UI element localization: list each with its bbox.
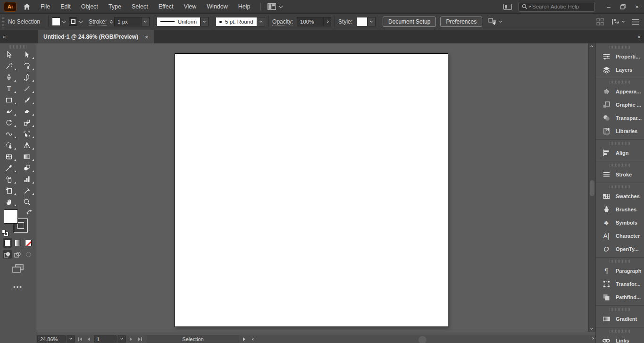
panel-character[interactable]: A| Character — [596, 229, 644, 243]
brush-definition-dropdown[interactable]: 5 pt. Round — [216, 17, 257, 26]
panel-group-grip[interactable] — [610, 185, 630, 188]
type-tool[interactable]: T — [0, 83, 18, 94]
style-swatch[interactable] — [356, 17, 368, 26]
free-transform-tool[interactable] — [18, 128, 36, 140]
stroke-chevron-icon[interactable] — [79, 19, 83, 23]
menu-select[interactable]: Select — [126, 1, 153, 12]
direct-selection-tool[interactable] — [18, 49, 36, 60]
scroll-right-icon[interactable] — [591, 337, 594, 340]
brush-definition-chevron[interactable] — [257, 17, 265, 26]
stroke-weight-dropdown[interactable] — [142, 17, 150, 26]
fill-color-swatch[interactable] — [52, 17, 60, 26]
perspective-grid-tool[interactable] — [18, 140, 36, 151]
horizontal-scrollbar[interactable] — [258, 335, 595, 343]
stroke-weight-value[interactable]: 1 px — [114, 17, 142, 26]
search-input[interactable] — [532, 4, 592, 9]
panel-graphic-styles[interactable]: Graphic ... — [596, 98, 644, 111]
scale-tool[interactable] — [18, 117, 36, 128]
menu-window[interactable]: Window — [201, 1, 233, 12]
width-profile-dropdown[interactable]: Uniform — [157, 17, 201, 26]
vertical-scroll-thumb[interactable] — [590, 180, 594, 196]
panel-appearance[interactable]: Appeara... — [596, 85, 644, 98]
menu-edit[interactable]: Edit — [55, 1, 76, 12]
eraser-tool[interactable] — [18, 106, 36, 117]
minimize-button[interactable]: – — [602, 0, 616, 13]
stroke-weight-stepper[interactable] — [110, 20, 112, 23]
last-artboard-button[interactable] — [136, 335, 144, 343]
collapse-tools-icon[interactable]: « — [3, 33, 6, 40]
curvature-tool[interactable] — [18, 72, 36, 83]
canvas[interactable] — [36, 43, 595, 332]
magic-wand-tool[interactable] — [0, 60, 18, 72]
controlbar-grip[interactable] — [2, 16, 4, 27]
column-graph-tool[interactable] — [18, 174, 36, 185]
previous-artboard-button[interactable] — [85, 335, 93, 343]
blend-tool[interactable] — [18, 162, 36, 174]
help-search[interactable] — [519, 2, 595, 12]
symbol-sprayer-tool[interactable] — [0, 174, 18, 185]
zoom-level-dropdown[interactable] — [67, 335, 75, 343]
eyedropper-tool[interactable] — [0, 162, 18, 174]
first-artboard-button[interactable] — [76, 335, 84, 343]
panel-align[interactable]: Align — [596, 146, 644, 159]
align-to-selection-button[interactable] — [488, 18, 502, 25]
gradient-button[interactable] — [13, 238, 22, 248]
document-tab[interactable]: Untitled-1 @ 24.86% (RGB/Preview) × — [38, 30, 154, 43]
status-menu-arrow[interactable] — [240, 335, 248, 343]
mesh-tool[interactable] — [0, 151, 18, 162]
vertical-scrollbar[interactable] — [588, 43, 595, 332]
selection-tool[interactable] — [0, 49, 18, 60]
fill-indicator[interactable] — [4, 209, 18, 224]
screen-mode-button[interactable] — [12, 264, 24, 273]
status-display[interactable]: Selection — [147, 335, 239, 343]
document-setup-button[interactable]: Document Setup — [383, 17, 436, 27]
menu-effect[interactable]: Effect — [153, 1, 179, 12]
none-button[interactable] — [24, 238, 33, 248]
panel-paragraph[interactable]: ¶ Paragraph — [596, 264, 644, 277]
swap-fill-stroke-icon[interactable] — [26, 209, 33, 215]
opacity-label[interactable]: Opacity: — [272, 18, 293, 25]
zoom-tool[interactable] — [18, 196, 36, 208]
panel-group-grip[interactable] — [610, 308, 630, 311]
edit-toolbar-button[interactable]: ••• — [0, 284, 36, 291]
width-profile-chevron[interactable] — [201, 17, 209, 26]
preferences-button[interactable]: Preferences — [440, 17, 482, 27]
panel-stroke[interactable]: Stroke — [596, 168, 644, 181]
tab-close-icon[interactable]: × — [145, 33, 149, 41]
zoom-level-field[interactable]: 24.86% — [37, 335, 66, 343]
artboard-number-field[interactable]: 1 — [94, 335, 117, 343]
lasso-tool[interactable] — [18, 60, 36, 72]
draw-inside-button[interactable] — [24, 250, 33, 259]
shaper-tool[interactable] — [0, 106, 18, 117]
panel-group-grip[interactable] — [610, 142, 630, 145]
default-fill-stroke-icon[interactable] — [2, 230, 8, 236]
style-chevron[interactable] — [368, 17, 376, 26]
menu-object[interactable]: Object — [76, 1, 103, 12]
panel-group-grip[interactable] — [610, 330, 630, 333]
rotate-tool[interactable] — [0, 117, 18, 128]
menu-view[interactable]: View — [178, 1, 201, 12]
draw-normal-button[interactable] — [3, 250, 12, 259]
expand-panels-icon[interactable]: « — [637, 33, 640, 40]
rectangle-tool[interactable] — [0, 94, 18, 106]
artboard-tool[interactable] — [0, 185, 18, 196]
panel-libraries[interactable]: Libraries — [596, 125, 644, 138]
artboard[interactable] — [175, 53, 448, 327]
stroke-weight-label[interactable]: Stroke: — [89, 18, 107, 25]
scroll-up-icon[interactable] — [590, 45, 593, 48]
arrange-documents-button[interactable] — [266, 3, 284, 10]
fill-chevron-icon[interactable] — [62, 19, 66, 23]
gradient-tool[interactable] — [18, 151, 36, 162]
scroll-left-icon[interactable] — [249, 335, 257, 343]
hand-tool[interactable] — [0, 196, 18, 208]
color-button[interactable] — [3, 238, 12, 248]
artboard-dropdown[interactable] — [117, 335, 126, 343]
next-artboard-button[interactable] — [127, 335, 135, 343]
width-tool[interactable] — [0, 128, 18, 140]
home-icon[interactable] — [23, 3, 31, 10]
opacity-panel-arrow[interactable] — [323, 17, 331, 26]
panel-transparency[interactable]: Transpar... — [596, 111, 644, 125]
menu-file[interactable]: File — [35, 1, 55, 12]
panel-group-grip[interactable] — [610, 81, 630, 84]
tools-grip[interactable] — [9, 45, 27, 49]
